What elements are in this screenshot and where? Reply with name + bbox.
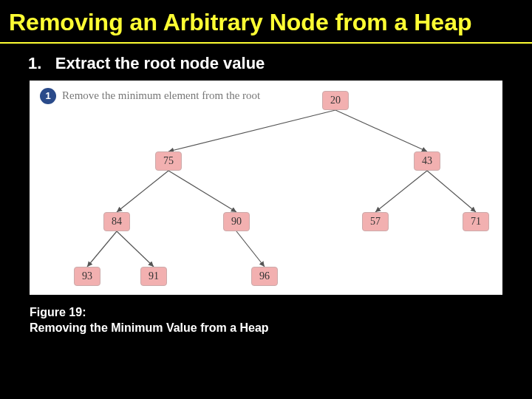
title-underline — [0, 42, 532, 44]
heap-node: 43 — [414, 151, 440, 171]
svg-line-8 — [236, 231, 265, 267]
tree-edges — [30, 81, 502, 295]
heap-tree: 20754384905771939196 — [30, 81, 502, 295]
heap-node: 75 — [155, 151, 182, 171]
svg-line-1 — [335, 110, 427, 151]
slide-title: Removing an Arbitrary Node from a Heap — [0, 0, 532, 41]
step-line: 1. Extract the root node value — [0, 50, 532, 78]
svg-line-5 — [427, 171, 476, 212]
caption-line2: Removing the Minimum Value from a Heap — [30, 321, 269, 334]
step-number: 1. — [28, 54, 41, 72]
svg-line-0 — [168, 110, 335, 151]
heap-node: 93 — [74, 267, 100, 286]
svg-line-4 — [375, 171, 427, 212]
figure-caption: Figure 19: Removing the Minimum Value fr… — [0, 295, 532, 336]
svg-line-3 — [168, 171, 236, 212]
heap-node: 90 — [223, 212, 250, 231]
svg-line-7 — [117, 231, 154, 267]
heap-node: 84 — [103, 212, 130, 231]
caption-line1: Figure 19: — [30, 306, 86, 318]
heap-node: 91 — [140, 267, 167, 286]
heap-node: 71 — [463, 212, 489, 231]
heap-node: 96 — [251, 267, 278, 286]
figure-panel: 1 Remove the minimum element from the ro… — [30, 81, 502, 295]
heap-node: 20 — [322, 91, 349, 110]
step-text: Extract the root node value — [55, 54, 265, 72]
heap-node: 57 — [362, 212, 389, 231]
svg-line-2 — [117, 171, 168, 212]
svg-line-6 — [87, 231, 117, 267]
